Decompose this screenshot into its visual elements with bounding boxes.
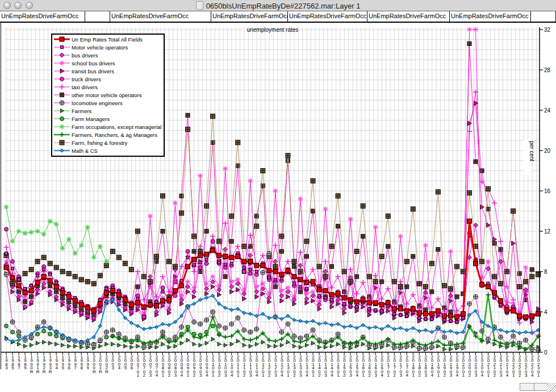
variable-tab[interactable]: UnEmpRatesDriveFarmOcc [110,11,211,22]
svg-text:202204: 202204 [531,355,534,378]
svg-text:2001R: 2001R [99,355,102,374]
svg-text:201803: 201803 [425,355,428,378]
svg-text:200803: 200803 [174,355,177,378]
series-math-cs [5,294,540,344]
legend-label: Farm, fishing & forestry [72,140,127,146]
variable-tab[interactable]: UnEmpRatesDriveFarmOcc [450,11,531,22]
svg-text:201302: 201302 [293,355,296,378]
svg-text:1995: 1995 [61,355,64,370]
legend-marker-asterisk-icon [54,60,70,66]
svg-text:202003: 202003 [475,355,478,378]
svg-text:201303: 201303 [299,355,302,378]
svg-text:201204: 201204 [281,355,283,378]
svg-text:200802: 200802 [168,355,171,378]
legend-label: Math & CS [72,148,98,154]
app-window: 0650blsUnEmpRateByDe#227562.mar:Layer 1 … [0,0,556,392]
svg-text:202301: 202301 [537,355,540,378]
svg-text:202004: 202004 [481,355,484,378]
svg-text:201404: 201404 [331,355,333,378]
legend-item: Farm Managers [52,115,164,123]
svg-text:4: 4 [544,309,547,315]
svg-text:202203: 202203 [525,355,528,378]
svg-text:1996: 1996 [68,355,70,370]
legend-label: truck drivers [72,76,101,82]
legend-marker-circle-icon [54,115,70,122]
svg-text:201203: 201203 [274,355,277,378]
svg-text:1991R: 1991R [36,355,40,374]
svg-text:201401: 201401 [312,355,315,378]
x-axis-labels: 19831985198719891990R1991R1992R1993R1994… [5,352,540,378]
chart-legend: Un Emp Rates Total All FieldsMotor vehic… [51,34,165,157]
svg-text:12: 12 [544,228,551,235]
svg-text:201802: 201802 [419,355,421,378]
legend-marker-triangle-icon [54,107,70,114]
svg-text:202101: 202101 [487,355,490,378]
legend-marker-square-icon [54,36,70,43]
svg-text:2003: 2003 [112,355,115,370]
svg-text:201604: 201604 [381,355,383,378]
legend-marker-gridsquare-icon [54,139,70,146]
legend-marker-circlecross-icon [54,99,70,106]
svg-text:201102: 201102 [243,355,246,378]
legend-item: Motor vehicle operators [52,43,164,51]
legend-label: Farmers [72,108,91,114]
legend-item: Farmers [52,107,164,115]
tab-spacer [531,11,556,22]
legend-item: Farm occupations, except managerial [52,123,164,131]
svg-text:200903: 200903 [199,355,202,378]
svg-text:201601: 201601 [362,355,365,378]
variable-tab[interactable]: UnEmpRatesDriveFarmOcc [367,11,450,22]
svg-text:201402: 201402 [318,355,321,378]
svg-text:2004: 2004 [118,355,121,370]
svg-text:20: 20 [544,148,551,154]
legend-marker-plus-icon [54,131,70,138]
window-titlebar[interactable]: 0650blsUnEmpRateByDe#227562.mar:Layer 1 [0,0,556,11]
svg-text:200904: 200904 [206,355,208,378]
legend-item: truck drivers [52,75,164,83]
svg-text:201603: 201603 [374,355,377,378]
legend-label: bus drivers [72,52,98,59]
svg-text:2002R: 2002R [105,355,108,374]
svg-text:28: 28 [544,67,551,73]
variable-tab[interactable]: UnEmpRatesDriveFarmOcc [0,11,85,22]
svg-text:201801: 201801 [412,355,415,378]
svg-text:200901: 200901 [187,355,190,378]
resize-grip-icon[interactable] [547,383,556,392]
legend-marker-circle-icon [54,76,70,82]
svg-text:201101: 201101 [237,355,240,378]
tab-spacer [85,11,110,22]
legend-label: other motor vehicle operators [72,92,142,98]
svg-text:201804: 201804 [431,355,434,378]
svg-text:202202: 202202 [519,355,521,378]
svg-text:1993R: 1993R [49,355,52,374]
status-cell [520,383,534,391]
legend-label: school bus drivers [72,60,115,66]
svg-text:201703: 201703 [400,355,403,378]
legend-item: Un Emp Rates Total All Fields [52,35,164,43]
legend-label: Motor vehicle operators [72,44,128,51]
svg-text:202201: 202201 [512,355,515,378]
legend-label: Un Emp Rates Total All Fields [72,36,143,43]
content-left-border [1,22,1,369]
window-title-area: 0650blsUnEmpRateByDe#227562.mar:Layer 1 [0,1,556,10]
svg-text:201103: 201103 [249,355,252,378]
legend-marker-gridsquare-icon [54,91,70,98]
svg-text:200703: 200703 [149,355,152,378]
svg-text:201704: 201704 [406,355,409,378]
svg-text:201002: 201002 [218,355,221,378]
y-axis-title: per cent [529,141,535,161]
variable-tab[interactable]: UnEmpRatesDriveFarmOcc [288,11,367,22]
svg-text:202001: 202001 [462,355,465,378]
document-icon [196,1,203,10]
svg-text:201901: 201901 [437,355,440,378]
svg-text:1987: 1987 [18,355,20,370]
svg-text:201004: 201004 [231,355,233,378]
svg-text:201504: 201504 [356,355,358,378]
svg-text:202002: 202002 [469,355,471,378]
svg-text:202103: 202103 [500,355,503,378]
svg-text:1989: 1989 [24,355,27,370]
svg-text:201502: 201502 [343,355,346,378]
legend-marker-plus-icon [54,84,70,90]
svg-text:2000R: 2000R [93,355,96,374]
variable-tab[interactable]: UnEmpRatesDriveFarmOcc [211,11,288,22]
